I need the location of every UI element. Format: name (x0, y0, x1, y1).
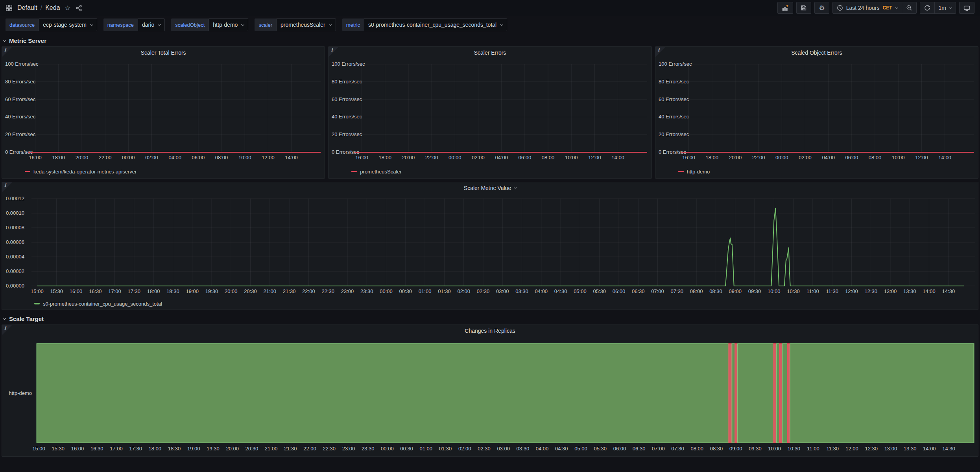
svg-text:12:30: 12:30 (864, 288, 877, 294)
variable-value: http-demo (213, 22, 238, 28)
share-icon[interactable] (76, 5, 82, 11)
variable-namespace[interactable]: namespace dario (103, 18, 165, 31)
svg-text:11:30: 11:30 (826, 288, 838, 294)
svg-text:16:00: 16:00 (71, 446, 84, 452)
dashboard-settings-button[interactable]: ⚙ (814, 2, 829, 14)
svg-text:20:00: 20:00 (729, 155, 742, 160)
metric-server-panels-row: i Scaler Total Errors 100 Errors/sec80 E… (2, 46, 978, 179)
svg-text:80 Errors/sec: 80 Errors/sec (332, 79, 362, 85)
zoom-out-time-button[interactable] (906, 2, 912, 13)
scaled-object-errors-chart[interactable]: 100 Errors/sec80 Errors/sec60 Errors/sec… (655, 59, 978, 166)
panel-title[interactable]: Scaler Metric Value (2, 182, 978, 194)
svg-text:19:30: 19:30 (207, 446, 220, 452)
svg-text:13:30: 13:30 (904, 446, 917, 452)
legend-item[interactable]: keda-system/keda-operator-metrics-apiser… (2, 166, 325, 177)
svg-text:100 Errors/sec: 100 Errors/sec (659, 61, 692, 67)
info-icon: i (4, 183, 6, 188)
legend-item[interactable]: s0-prometheus-container_cpu_usage_second… (2, 298, 978, 310)
svg-text:05:00: 05:00 (574, 288, 587, 294)
scaler-errors-chart[interactable]: 100 Errors/sec80 Errors/sec60 Errors/sec… (329, 59, 651, 166)
svg-text:16:00: 16:00 (682, 155, 695, 160)
svg-text:19:30: 19:30 (205, 288, 218, 294)
svg-text:19:00: 19:00 (186, 288, 199, 294)
svg-text:00:00: 00:00 (448, 155, 461, 160)
chevron-down-icon (158, 22, 161, 26)
svg-text:16:00: 16:00 (29, 155, 42, 160)
zoom-out-icon (906, 5, 912, 11)
svg-text:40 Errors/sec: 40 Errors/sec (332, 114, 362, 120)
svg-text:14:30: 14:30 (942, 446, 955, 452)
svg-text:20 Errors/sec: 20 Errors/sec (332, 131, 362, 137)
svg-text:08:00: 08:00 (215, 155, 228, 160)
variable-metric[interactable]: metric s0-prometheus-container_cpu_usage… (342, 18, 508, 31)
svg-text:22:00: 22:00 (425, 155, 438, 160)
legend-color-dash (678, 171, 684, 172)
scaler-total-errors-chart[interactable]: 100 Errors/sec80 Errors/sec60 Errors/sec… (2, 59, 325, 166)
breadcrumb-dashboard[interactable]: Keda (45, 4, 60, 11)
panel-title[interactable]: Scaled Object Errors (655, 47, 978, 59)
time-range-picker[interactable]: Last 24 hours CET (837, 2, 898, 13)
svg-text:20:00: 20:00 (226, 446, 239, 452)
svg-text:21:30: 21:30 (283, 288, 296, 294)
svg-text:04:00: 04:00 (495, 155, 508, 160)
panel-title[interactable]: Scaler Total Errors (2, 47, 325, 59)
save-dashboard-button[interactable] (796, 2, 811, 14)
svg-text:15:00: 15:00 (31, 288, 44, 294)
panel-title[interactable]: Changes in Replicas (2, 325, 978, 337)
apps-icon[interactable] (6, 4, 13, 11)
svg-text:10:00: 10:00 (565, 155, 578, 160)
svg-text:22:00: 22:00 (302, 288, 315, 294)
svg-text:07:00: 07:00 (651, 288, 664, 294)
svg-text:0.00002: 0.00002 (6, 268, 24, 274)
svg-text:40 Errors/sec: 40 Errors/sec (5, 114, 36, 120)
svg-text:17:30: 17:30 (129, 446, 142, 452)
svg-text:08:00: 08:00 (868, 155, 881, 160)
tv-mode-button[interactable] (959, 2, 974, 14)
variable-label: scaledObject (171, 18, 209, 31)
svg-text:00:30: 00:30 (399, 288, 412, 294)
panel-title[interactable]: Scaler Errors (329, 47, 651, 59)
svg-text:22:00: 22:00 (303, 446, 316, 452)
svg-text:18:30: 18:30 (168, 446, 181, 452)
svg-text:09:30: 09:30 (748, 288, 761, 294)
row-header-metric-server[interactable]: Metric Server (0, 35, 980, 46)
svg-text:06:30: 06:30 (632, 288, 645, 294)
variable-label: metric (342, 18, 364, 31)
variable-scaler[interactable]: scaler prometheusScaler (255, 18, 336, 31)
svg-text:04:30: 04:30 (554, 288, 567, 294)
refresh-icon (924, 5, 930, 11)
svg-text:16:00: 16:00 (356, 155, 369, 160)
svg-text:20 Errors/sec: 20 Errors/sec (5, 131, 36, 137)
svg-text:08:30: 08:30 (710, 446, 723, 452)
star-icon[interactable]: ☆ (65, 5, 71, 11)
breadcrumb-folder[interactable]: Default (17, 4, 37, 11)
info-icon: i (4, 47, 6, 53)
svg-text:08:00: 08:00 (542, 155, 555, 160)
add-panel-button[interactable] (777, 2, 793, 14)
svg-text:11:00: 11:00 (807, 446, 819, 452)
changes-in-replicas-timeline[interactable]: 15:0015:3016:0016:3017:0017:3018:0018:30… (2, 337, 978, 456)
variable-datasource[interactable]: datasource ecp-stage-system (6, 18, 97, 31)
legend-item[interactable]: prometheusScaler (329, 166, 651, 177)
svg-text:02:00: 02:00 (472, 155, 485, 160)
legend-item[interactable]: http-demo (655, 166, 978, 177)
svg-text:09:00: 09:00 (729, 288, 742, 294)
refresh-button[interactable] (924, 2, 930, 13)
svg-text:23:30: 23:30 (360, 288, 373, 294)
svg-text:18:00: 18:00 (705, 155, 718, 160)
svg-text:0.00000: 0.00000 (6, 283, 24, 289)
svg-text:02:00: 02:00 (145, 155, 158, 160)
svg-text:14:00: 14:00 (938, 155, 951, 160)
breadcrumb-separator: / (41, 4, 42, 11)
timezone-label: CET (883, 5, 892, 11)
variable-scaledobject[interactable]: scaledObject http-demo (171, 18, 248, 31)
svg-text:10:30: 10:30 (788, 446, 801, 452)
svg-text:02:00: 02:00 (457, 288, 470, 294)
svg-text:12:00: 12:00 (262, 155, 275, 160)
info-icon: i (331, 47, 333, 53)
scaler-metric-value-chart[interactable]: 0.000120.000100.000080.000060.000040.000… (2, 194, 978, 298)
row-header-scale-target[interactable]: Scale Target (0, 313, 980, 324)
svg-text:12:30: 12:30 (865, 446, 878, 452)
refresh-interval-picker[interactable]: 1m (939, 2, 952, 13)
svg-text:23:00: 23:00 (341, 288, 354, 294)
